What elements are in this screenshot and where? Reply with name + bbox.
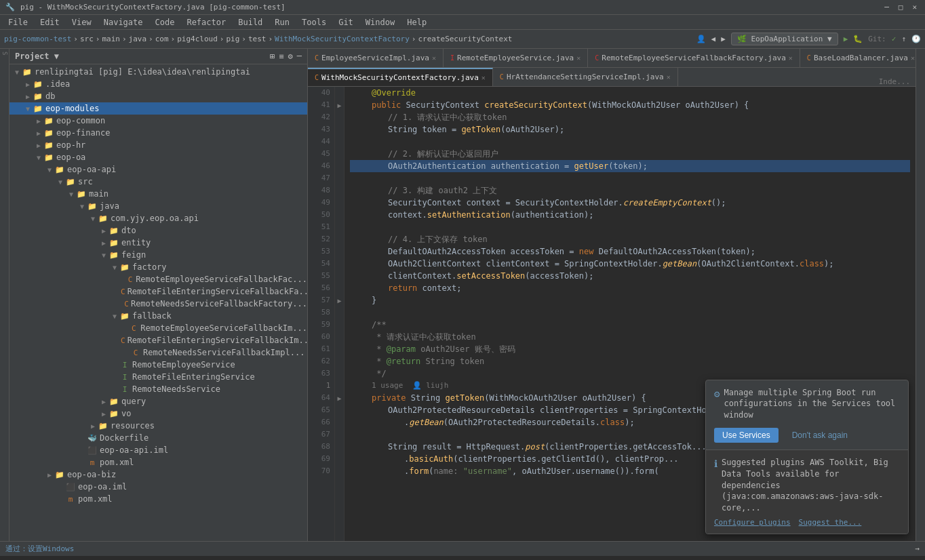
tree-item-fallback3[interactable]: C RemoteNeedsServiceFallbackImpl... [9, 346, 307, 359]
tree-item-dto[interactable]: ▶ 📁 dto [9, 224, 307, 237]
back-btn[interactable]: ◀ [711, 35, 716, 43]
gutter-42 [335, 111, 344, 123]
menu-refactor[interactable]: Refactor [181, 16, 231, 28]
user-icon[interactable]: 👤 [696, 35, 706, 43]
close-btn[interactable]: ✕ [909, 3, 920, 12]
tree-item-eop-modules[interactable]: ▼ 📁 eop-modules [9, 102, 307, 115]
breadcrumb-item[interactable]: src [80, 35, 94, 43]
code-line-41: public SecurityContext createSecurityCon… [350, 99, 910, 111]
ln-59: 59 [308, 319, 330, 331]
forward-btn[interactable]: ▶ [721, 35, 726, 43]
tab-mock-factory[interactable]: C WithMockSecurityContextFactory.java ✕ [308, 68, 493, 86]
breadcrumb-item[interactable]: pig4cloud [177, 35, 218, 43]
tree-item-java[interactable]: ▼ 📁 java [9, 200, 307, 212]
code-line-59: /** [350, 319, 910, 331]
menu-run[interactable]: Run [269, 16, 295, 28]
tree-item-fallback[interactable]: ▼ 📁 fallback [9, 310, 307, 322]
tab-close[interactable]: ✕ [481, 74, 486, 81]
tree-item-service1[interactable]: I RemoteEmployeeService [9, 359, 307, 371]
clock-icon[interactable]: 🕐 [911, 35, 921, 43]
tree-item-dockerfile[interactable]: 🐳 Dockerfile [9, 432, 307, 444]
tree-item-pom1[interactable]: m pom.xml [9, 456, 307, 468]
project-action-collapse[interactable]: ≡ [279, 52, 283, 61]
project-action-sync[interactable]: ⊞ [270, 52, 275, 61]
tree-item-eop-hr[interactable]: ▶ 📁 eop-hr [9, 139, 307, 151]
menu-help[interactable]: Help [401, 16, 432, 28]
suggest-link[interactable]: Suggest the... [799, 518, 862, 527]
breadcrumb-item[interactable]: test [248, 35, 267, 43]
project-action-settings[interactable]: ⚙ [288, 52, 293, 61]
code-line-42: // 1. 请求认证中心获取token [350, 111, 910, 123]
git-push[interactable]: ↑ [901, 35, 906, 43]
tree-item-class2[interactable]: C RemoteFileEnteringServiceFallbackFa... [9, 285, 307, 298]
tree-item-pom2[interactable]: m pom.xml [9, 493, 307, 505]
menu-view[interactable]: View [66, 16, 97, 28]
tab-remote-employee[interactable]: I RemoteEmployeeService.java ✕ [444, 49, 588, 67]
menu-build[interactable]: Build [233, 16, 268, 28]
tree-item-idea[interactable]: ▶ 📁 .idea [9, 78, 307, 90]
run-config[interactable]: 🌿 EopOaApplication ▼ [731, 33, 838, 45]
debug-btn[interactable]: 🐛 [853, 35, 863, 43]
breadcrumb-item[interactable]: com [155, 35, 169, 43]
configure-plugins-link[interactable]: Configure plugins [714, 518, 791, 527]
breadcrumb-item[interactable]: createSecurityContext [418, 35, 512, 43]
tab-load-balancer[interactable]: C BaseLoadBalancer.java ✕ [800, 49, 916, 67]
breadcrumb-item[interactable]: pig [226, 35, 239, 43]
maximize-btn[interactable]: □ [896, 3, 906, 12]
menu-tools[interactable]: Tools [296, 16, 332, 28]
tab-close[interactable]: ✕ [432, 54, 436, 62]
breadcrumb-item[interactable]: WithMockSecurityContextFactory [275, 35, 410, 43]
menu-navigate[interactable]: Navigate [98, 16, 149, 28]
breadcrumb-item[interactable]: main [102, 35, 120, 43]
minimize-btn[interactable]: ─ [882, 3, 892, 12]
menu-edit[interactable]: Edit [35, 16, 65, 28]
menu-git[interactable]: Git [333, 16, 359, 28]
tree-item-resources[interactable]: ▶ 📁 resources [9, 420, 307, 432]
menu-file[interactable]: File [3, 16, 33, 28]
tree-item-eop-finance[interactable]: ▶ 📁 eop-finance [9, 127, 307, 139]
tab-fallback-factory[interactable]: C RemoteEmployeeServiceFallbackFactory.j… [588, 49, 800, 67]
tree-item-src[interactable]: ▼ 📁 src [9, 176, 307, 188]
gutter-59 [335, 319, 344, 331]
tree-item-db[interactable]: ▶ 📁 db [9, 90, 307, 102]
ln-49: 49 [308, 197, 330, 209]
git-checkmark[interactable]: ✓ [892, 35, 897, 43]
tab-hr-attendance[interactable]: C HrAttendanceSettingServiceImpl.java ✕ [493, 68, 678, 86]
use-services-button[interactable]: Use Services [714, 428, 779, 443]
tree-item-eop-oa-api[interactable]: ▼ 📁 eop-oa-api [9, 163, 307, 176]
tree-item-iml1[interactable]: ⬛ eop-oa-api.iml [9, 444, 307, 456]
tree-item-feign[interactable]: ▼ 📁 feign [9, 249, 307, 261]
tree-item-eop-oa[interactable]: ▼ 📁 eop-oa [9, 151, 307, 163]
tree-item-eop-common[interactable]: ▶ 📁 eop-common [9, 115, 307, 127]
tree-item-main[interactable]: ▼ 📁 main [9, 188, 307, 200]
tab-close[interactable]: ✕ [789, 54, 793, 62]
tree-item-query[interactable]: ▶ 📁 query [9, 395, 307, 407]
tree-item-service2[interactable]: I RemoteFileEnteringService [9, 371, 307, 383]
dont-ask-button[interactable]: Don't ask again [784, 428, 856, 443]
menu-code[interactable]: Code [150, 16, 180, 28]
tab-close[interactable]: ✕ [667, 73, 671, 81]
breadcrumb-item[interactable]: java [129, 35, 147, 43]
tree-item-class1[interactable]: C RemoteEmployeeServiceFallbackFac... [9, 273, 307, 285]
tree-item-entity[interactable]: ▶ 📁 entity [9, 237, 307, 249]
code-text: // 1. 请求认证中心获取token [388, 111, 507, 123]
run-btn[interactable]: ▶ [844, 35, 848, 43]
tab-employee-service[interactable]: C EmployeeServiceImpl.java ✕ [308, 49, 444, 67]
tree-item-vo[interactable]: ▶ 📁 vo [9, 407, 307, 420]
tree-item-class3[interactable]: C RemoteNeedsServiceFallbackFactory... [9, 298, 307, 310]
tree-item-iml2[interactable]: ⬛ eop-oa.iml [9, 481, 307, 493]
tree-item-factory[interactable]: ▼ 📁 factory [9, 261, 307, 273]
tree-item-fallback2[interactable]: C RemoteFileEnteringServiceFallbackIm... [9, 334, 307, 346]
tree-item-service3[interactable]: I RemoteNeedsService [9, 383, 307, 395]
tree-item-root[interactable]: ▼ 📁 renlipingtai [pig] E:\idea\idea\renl… [9, 66, 307, 78]
code-line-40: @Override [350, 87, 910, 99]
tree-item-package[interactable]: ▼ 📁 com.yjy.eop.oa.api [9, 212, 307, 224]
sidebar-icon-1[interactable]: S [1, 52, 8, 55]
tab-close[interactable]: ✕ [911, 54, 915, 62]
project-action-close[interactable]: ─ [297, 52, 302, 61]
tree-item-fallback1[interactable]: C RemoteEmployeeServiceFallbackIm... [9, 322, 307, 334]
tree-item-eop-oa-biz[interactable]: ▶ 📁 eop-oa-biz [9, 468, 307, 481]
menu-window[interactable]: Window [360, 16, 400, 28]
tab-close[interactable]: ✕ [576, 54, 580, 62]
breadcrumb-item[interactable]: pig-common-test [4, 35, 71, 43]
